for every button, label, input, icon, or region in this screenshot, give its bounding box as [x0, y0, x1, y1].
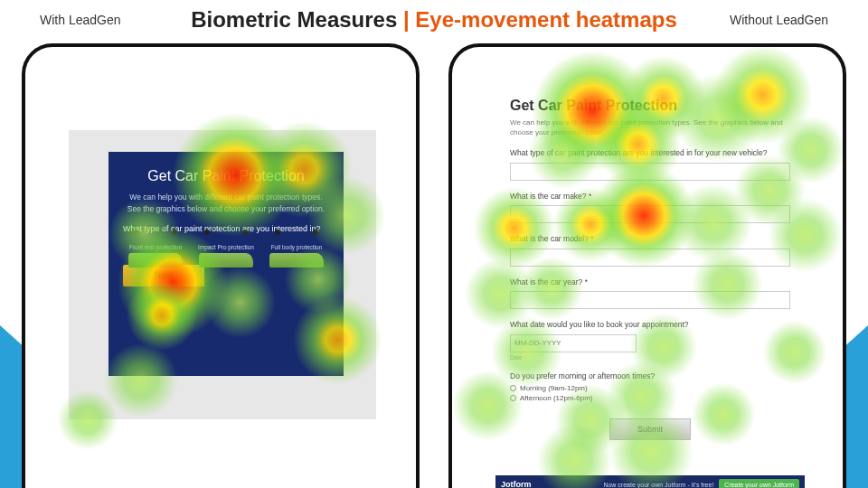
car-make-field[interactable] — [510, 205, 790, 223]
title-separator: | — [397, 7, 415, 32]
date-field[interactable] — [510, 334, 637, 352]
radio-option[interactable]: Morning (9am-12pm) — [510, 384, 790, 392]
form-subtitle: We can help you with different car paint… — [123, 192, 329, 215]
radio-icon — [510, 395, 516, 401]
car-year-field[interactable] — [510, 291, 790, 309]
option-caption: Front end protection — [123, 244, 188, 250]
radio-label: Afternoon (12pm-6pm) — [520, 394, 592, 402]
form-question: What type of car paint protection are yo… — [123, 224, 329, 233]
option-caption: Full body protection — [264, 244, 329, 250]
jotform-tagline: Now create your own Jotform - It's free! — [603, 482, 713, 488]
form-title: Get Car Paint Protection — [510, 98, 790, 114]
device-frame-left: Get Car Paint Protection We can help you… — [22, 43, 420, 488]
caption-with-leadgen: With LeadGen — [40, 13, 121, 27]
device-frame-right: Get Car Paint Protection We can help you… — [448, 43, 846, 488]
form-backdrop: Get Car Paint Protection We can help you… — [69, 130, 376, 419]
form-subtitle: We can help you with different car paint… — [510, 117, 790, 137]
leadgen-form-card: Get Car Paint Protection We can help you… — [108, 152, 344, 376]
radio-icon — [510, 385, 516, 391]
jotform-cta-button[interactable]: Create your own Jotform — [719, 479, 799, 489]
next-button[interactable]: Next — [123, 265, 204, 286]
slide-stage: Biometric Measures | Eye-movement heatma… — [0, 0, 868, 488]
radio-label: Morning (9am-12pm) — [520, 384, 588, 392]
date-hint: Date — [510, 354, 790, 361]
jotform-bar: Jotform Now create your own Jotform - It… — [495, 475, 805, 488]
title-part-b: Eye-movement heatmaps — [415, 7, 676, 32]
car-model-field[interactable] — [510, 249, 790, 267]
question-label: What type of car paint protection are yo… — [510, 148, 790, 157]
option-caption: Impact Pro protection — [193, 244, 259, 250]
question-label: What is the car make? * — [510, 192, 790, 201]
submit-button[interactable]: Submit — [609, 418, 691, 440]
question-label: Do you prefer morning or afternoon times… — [510, 371, 790, 380]
jotform-logo: Jotform — [501, 480, 532, 488]
title-part-a: Biometric Measures — [191, 7, 397, 32]
protection-type-field[interactable] — [510, 163, 790, 181]
long-form: Get Car Paint Protection We can help you… — [510, 98, 790, 440]
form-title: Get Car Paint Protection — [123, 168, 329, 184]
question-label: What is the car year? * — [510, 277, 790, 286]
question-label: What is the car model? * — [510, 234, 790, 243]
option-row: Front end protection Impact Pro protecti… — [123, 240, 329, 250]
question-label: What date would you like to book your ap… — [510, 320, 790, 329]
caption-without-leadgen: Without LeadGen — [730, 13, 828, 27]
radio-option[interactable]: Afternoon (12pm-6pm) — [510, 394, 790, 402]
